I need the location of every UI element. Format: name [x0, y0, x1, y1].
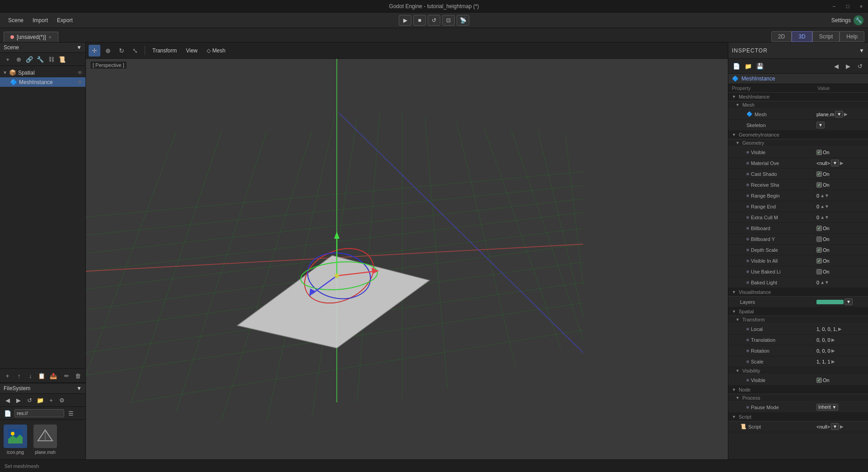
baked-check[interactable] — [816, 269, 822, 274]
close-button[interactable]: × — [854, 0, 868, 13]
scene-bottom-tool3[interactable]: ↓ — [26, 371, 35, 381]
fs-file-plane-msh[interactable]: plane.msh — [33, 425, 57, 455]
scene-chain-button[interactable]: ⛓ — [46, 54, 56, 64]
scene-bottom-tool4[interactable]: 📋 — [37, 371, 47, 381]
pause-mode-dropdown[interactable]: Inherit ▼ — [816, 404, 838, 411]
scene-script-button[interactable]: 📜 — [57, 54, 67, 64]
scene-bottom-tool6[interactable]: ✏ — [61, 371, 71, 381]
inspector-refresh-button[interactable]: ↺ — [854, 61, 865, 71]
dot — [746, 173, 749, 175]
filesystem-path: 📄 ☰ — [0, 407, 85, 420]
section-script: ▼ Script — [728, 413, 868, 421]
scene-bottom-tool5[interactable]: 📤 — [48, 371, 58, 381]
skeleton-dropdown[interactable]: ▼ — [816, 122, 825, 128]
scene-bottom-tool1[interactable]: + — [3, 371, 12, 381]
scene-add-child-button[interactable]: ⊕ — [14, 54, 24, 64]
scene-bottom-tool2[interactable]: ↑ — [14, 371, 24, 381]
inspector-prev-button[interactable]: ◀ — [831, 61, 842, 71]
dot — [746, 379, 749, 382]
view-script-button[interactable]: Script — [812, 31, 840, 42]
view-3d-button[interactable]: 3D — [792, 31, 812, 42]
deploy-button[interactable]: ⊡ — [442, 15, 455, 26]
menu-import[interactable]: Import — [28, 15, 52, 25]
fs-path-icon1[interactable]: 📄 — [3, 408, 13, 418]
dot — [746, 339, 749, 341]
material-dropdown[interactable]: ▼ — [831, 160, 839, 166]
script-dropdown[interactable]: ▼ — [831, 423, 839, 430]
inspector-save-button[interactable]: 💾 — [755, 61, 765, 71]
section-geometryinstance: ▼ GeometryInstance — [728, 131, 868, 139]
visible-all-check[interactable] — [816, 258, 822, 264]
cast-check[interactable] — [816, 171, 822, 177]
mesh-dropdown[interactable]: ▼ — [835, 111, 843, 118]
billboard-y-check[interactable] — [816, 236, 822, 242]
scene-filter-button[interactable]: 🔧 — [35, 54, 45, 64]
vp-transform-menu[interactable]: Transform — [149, 46, 180, 56]
active-tab[interactable]: [unsaved(*)] × — [4, 32, 58, 42]
fs-folder-button[interactable]: 📁 — [35, 395, 45, 405]
fs-prev-button[interactable]: ◀ — [3, 395, 13, 405]
stop-button[interactable]: ■ — [413, 15, 426, 26]
gizmo-center[interactable] — [335, 274, 339, 278]
prop-billboard-y: Billboard Y On — [728, 234, 868, 245]
tree-item-meshinstance[interactable]: 🔷 MeshInstance 👁 — [0, 77, 85, 87]
scene-new-node-button[interactable]: + — [3, 54, 13, 64]
fs-settings-button[interactable]: ⚙ — [57, 395, 67, 405]
spatial-visible-check[interactable] — [816, 378, 822, 383]
rotation-label: Rotation — [751, 348, 769, 354]
layers-dropdown[interactable]: ▼ — [844, 298, 853, 305]
scene-header-arrow: ▼ — [76, 44, 82, 51]
vp-view-menu[interactable]: View — [182, 46, 201, 56]
dot — [746, 205, 749, 208]
fs-add-button[interactable]: + — [46, 395, 56, 405]
fs-next-button[interactable]: ▶ — [14, 395, 24, 405]
play-button[interactable]: ▶ — [399, 15, 411, 26]
billboard-check[interactable] — [816, 226, 822, 231]
inspector-expand-icon[interactable]: ▼ — [859, 47, 864, 54]
fs-list-view-button[interactable]: ☰ — [66, 408, 76, 418]
visible-check[interactable] — [816, 150, 822, 155]
menu-export[interactable]: Export — [52, 15, 77, 25]
depth-scale-check[interactable] — [816, 247, 822, 253]
prop-spatial-visible: Visible On — [728, 375, 868, 386]
inspector-next-button[interactable]: ▶ — [843, 61, 854, 71]
dot — [746, 194, 749, 197]
view-help-button[interactable]: Help — [840, 31, 864, 42]
tab-close-button[interactable]: × — [49, 35, 52, 40]
fs-file-icon-png[interactable]: icon.png — [4, 425, 27, 455]
inspector-resource-button[interactable]: 📁 — [743, 61, 754, 71]
step-button[interactable]: ↺ — [428, 15, 440, 26]
tree-eye-spatial[interactable]: 👁 — [77, 70, 83, 76]
scene-instance-button[interactable]: 🔗 — [24, 54, 34, 64]
view-2d-button[interactable]: 2D — [771, 31, 792, 42]
tree-icon-mesh: 🔷 — [10, 79, 17, 85]
prop-use-baked: Use Baked Li On — [728, 266, 868, 277]
inspector-history-button[interactable]: 📄 — [731, 61, 742, 71]
settings-avatar[interactable]: 🔧 — [854, 15, 863, 25]
remote-button[interactable]: 📡 — [457, 15, 469, 26]
vp-cursor-tool[interactable]: ✛ — [89, 45, 100, 57]
filesystem-path-input[interactable] — [14, 409, 64, 417]
receive-check[interactable] — [816, 182, 822, 188]
dot — [746, 281, 749, 284]
tree-label-spatial: Spatial — [18, 70, 75, 76]
inspector-header: Inspector ▼ — [728, 42, 868, 59]
vp-mesh-menu[interactable]: ◇ Mesh — [203, 46, 229, 56]
tree-item-spatial[interactable]: ▼ 📦 Spatial 👁 — [0, 68, 85, 77]
scene-bottom-tool7[interactable]: 🗑 — [73, 371, 83, 381]
prop-cast-shadow: Cast Shado On — [728, 169, 868, 179]
menu-scene[interactable]: Scene — [4, 15, 28, 25]
dot — [746, 151, 749, 154]
viewport[interactable]: ✛ ⊕ ↻ ⤡ Transform View ◇ Mesh [ Perspect… — [86, 42, 728, 459]
vp-rotate-tool[interactable]: ↻ — [116, 45, 127, 57]
prop-visible-in-all: Visible In All On — [728, 255, 868, 266]
mesh-arrow[interactable]: ▶ — [844, 112, 848, 117]
dot — [746, 249, 749, 251]
minimize-button[interactable]: − — [827, 0, 841, 13]
fs-refresh-button[interactable]: ↺ — [24, 395, 34, 405]
maximize-button[interactable]: □ — [841, 0, 854, 13]
tree-eye-mesh[interactable]: 👁 — [77, 79, 83, 85]
vp-scale-tool[interactable]: ⤡ — [129, 45, 141, 57]
vp-move-tool[interactable]: ⊕ — [102, 45, 114, 57]
dot — [746, 360, 749, 363]
